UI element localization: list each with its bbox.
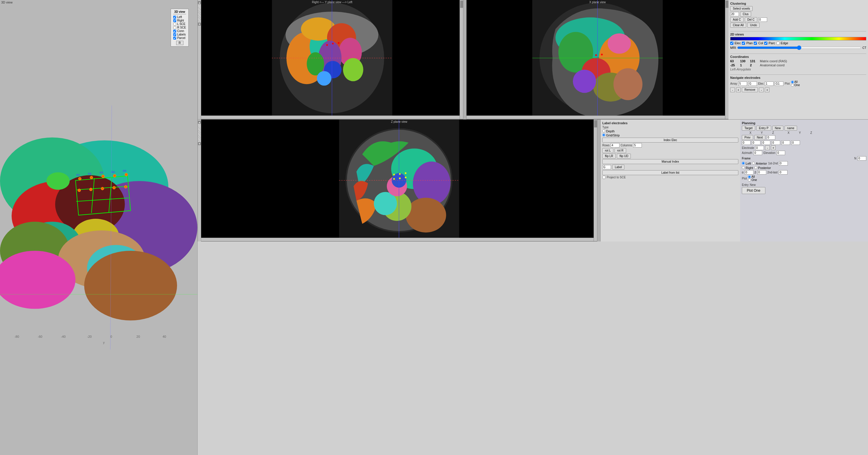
elec-plus-btn[interactable]: + (765, 88, 770, 92)
array-plus-btn[interactable]: + (736, 88, 741, 92)
target-z-input[interactable] (762, 141, 770, 145)
label-g-input[interactable] (602, 165, 611, 169)
name-btn[interactable]: name (784, 126, 797, 131)
clus-value-input[interactable] (730, 12, 739, 16)
plot-all-label[interactable]: All (748, 175, 757, 178)
frame-anterior-radio[interactable] (752, 162, 755, 165)
z-plane-vscroll[interactable] (594, 120, 597, 241)
del-c-btn[interactable]: Del C (745, 17, 757, 22)
flip-lr-btn[interactable]: flip LR (602, 153, 616, 159)
elec-checkbox[interactable] (730, 41, 734, 45)
x-plane-vscroll[interactable] (725, 0, 728, 119)
elec-minus-btn[interactable]: - (759, 88, 764, 92)
x-plane-hscroll[interactable] (467, 115, 725, 119)
manual-index-btn[interactable]: Manual Index (602, 159, 738, 164)
plot-one-label[interactable]: One (748, 178, 757, 181)
z-left-scrollbar[interactable]: ▲ ▼ (198, 120, 201, 241)
beta-input[interactable] (757, 170, 766, 175)
scroll-up[interactable]: ▲ (198, 1, 201, 4)
first-second-input[interactable] (779, 161, 788, 166)
one-radio-label[interactable]: One (791, 84, 800, 87)
array-minus-btn[interactable]: - (730, 88, 735, 92)
entry-z-input[interactable] (791, 141, 800, 145)
left-check-label[interactable]: Left (173, 16, 186, 19)
new-btn[interactable]: New (772, 126, 783, 131)
label-from-list-btn[interactable]: Label from list (602, 170, 738, 175)
frame-posterior-label[interactable]: Posterior (754, 166, 771, 170)
next-value-input[interactable] (767, 135, 775, 140)
plan-checkbox[interactable] (742, 41, 745, 45)
col-checkbox[interactable] (754, 41, 757, 45)
one-radio[interactable] (791, 84, 794, 87)
right-check-label[interactable]: Right (173, 19, 186, 22)
grid-radio[interactable] (602, 134, 605, 137)
next-plan-btn[interactable]: Next (754, 135, 766, 140)
frame-posterior-radio[interactable] (754, 166, 757, 169)
target-y-input[interactable] (752, 141, 761, 145)
r-button[interactable]: R (176, 41, 183, 45)
y-plane-hscroll[interactable] (201, 115, 460, 119)
scroll-down[interactable]: ▼ (198, 23, 201, 26)
del-c-value-input[interactable] (758, 18, 767, 22)
electrode-minus[interactable]: - (765, 145, 770, 150)
rot-l-btn[interactable]: rot L (602, 148, 613, 153)
conn-checkbox[interactable] (173, 30, 176, 33)
plot-one-btn[interactable]: Plot One (742, 187, 765, 194)
frame-left-radio[interactable] (742, 162, 745, 165)
depth-radio[interactable] (602, 130, 605, 132)
electrode-plus[interactable]: + (771, 145, 776, 150)
z-plane-hscroll[interactable] (201, 238, 594, 241)
middle-scrollbar[interactable] (463, 0, 467, 119)
label-btn[interactable]: Label (612, 165, 624, 170)
depth-radio-label[interactable]: Depth (602, 130, 615, 133)
select-voxels-btn[interactable]: Select voxels (730, 6, 753, 11)
index-elec-btn[interactable]: Index Elec (602, 138, 738, 143)
rows-input[interactable] (611, 143, 619, 147)
plot-all-radio[interactable] (748, 175, 751, 178)
clear-all-btn[interactable]: Clear All (730, 23, 746, 28)
plot-one-radio[interactable] (748, 179, 751, 181)
elec-nav-input[interactable] (765, 82, 774, 86)
parc-checkbox[interactable] (764, 41, 768, 45)
y-plane-vscroll[interactable] (460, 0, 463, 119)
frame-right-radio[interactable] (742, 166, 745, 169)
mri-slider[interactable] (737, 46, 861, 50)
project-sce-check[interactable] (602, 176, 606, 179)
second-last-input[interactable] (779, 170, 787, 175)
flip-ud-btn[interactable]: flip UD (617, 153, 631, 159)
labels-checkbox[interactable] (173, 33, 176, 36)
entry-y-input[interactable] (781, 141, 790, 145)
array-g-input[interactable] (748, 82, 757, 86)
lsce-check-label[interactable]: L SCE (173, 22, 186, 26)
target-btn[interactable]: Target (742, 126, 755, 131)
parcel-check-label[interactable]: Parcel (173, 36, 186, 39)
lsce-checkbox[interactable] (173, 23, 176, 26)
alpha-input[interactable] (745, 170, 753, 175)
columns-input[interactable] (633, 143, 642, 147)
right-checkbox[interactable] (173, 19, 176, 22)
electrode-input[interactable] (755, 146, 764, 150)
conn-check-label[interactable]: Conn (173, 29, 186, 33)
edge-checkbox[interactable] (776, 41, 780, 45)
rsce-checkbox[interactable] (173, 26, 176, 29)
add-c-btn[interactable]: Add C (730, 17, 744, 22)
frame-left-label[interactable]: Left (742, 162, 751, 165)
parcel-checkbox[interactable] (173, 37, 176, 39)
entry-p-btn[interactable]: Entry P (756, 126, 771, 131)
frame-right-label[interactable]: Right (742, 166, 753, 170)
scroll-up-z[interactable]: ▲ (198, 121, 201, 124)
prev-btn[interactable]: Prev (742, 135, 753, 140)
clus-btn[interactable]: Clus (740, 12, 751, 17)
left-checkbox[interactable] (173, 16, 176, 19)
array-input[interactable] (738, 82, 747, 86)
scroll-down-z[interactable]: ▼ (198, 142, 201, 145)
undo-btn[interactable]: Undo (747, 23, 760, 28)
rot-r-btn[interactable]: rot R (615, 148, 626, 153)
elevation-input[interactable] (776, 151, 785, 155)
all-radio-label[interactable]: All (791, 80, 800, 84)
elec-name-input[interactable] (775, 82, 783, 86)
remove-btn[interactable]: Remove (742, 87, 758, 92)
grid-radio-label[interactable]: Grid/Strip (602, 134, 620, 137)
target-x-input[interactable] (742, 141, 750, 145)
rsce-check-label[interactable]: R SCE (173, 26, 186, 29)
